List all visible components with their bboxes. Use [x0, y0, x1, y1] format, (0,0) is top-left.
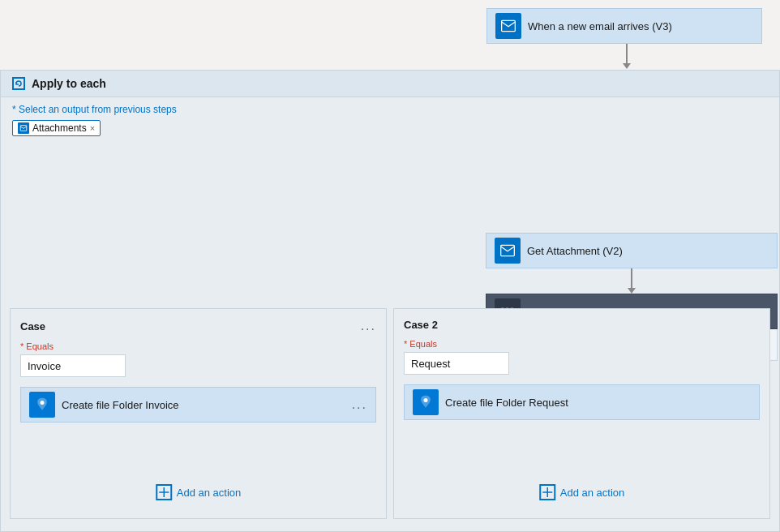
- svg-rect-2: [501, 245, 515, 255]
- case2-panel: Case 2 * Equals Create file Folder Reque…: [393, 308, 770, 519]
- loop-icon: [12, 77, 25, 90]
- svg-point-10: [424, 398, 428, 402]
- case1-action-block[interactable]: Create file Folder Invoice ...: [20, 387, 376, 423]
- get-attachment-label: Get Attachment (V2): [527, 245, 623, 257]
- svg-rect-0: [502, 20, 516, 31]
- canvas: When a new email arrives (V3) Apply to e…: [0, 0, 780, 532]
- svg-point-7: [41, 401, 45, 405]
- case2-title: Case 2: [404, 319, 438, 331]
- attachments-tag[interactable]: Attachments ×: [12, 120, 101, 136]
- email-trigger-icon: [495, 13, 521, 39]
- case2-file-icon: [413, 389, 439, 415]
- case2-add-action-label: Add an action: [560, 487, 625, 499]
- select-output-label[interactable]: * Select an output from previous steps: [1, 97, 779, 120]
- case1-add-action-icon: [156, 484, 172, 500]
- case1-action-menu[interactable]: ...: [352, 397, 367, 412]
- case1-header: Case ...: [20, 319, 376, 333]
- case2-action-block[interactable]: Create file Folder Request: [404, 384, 760, 420]
- case1-menu[interactable]: ...: [361, 319, 376, 333]
- case1-equals-input[interactable]: [20, 354, 126, 377]
- case1-title: Case: [20, 320, 45, 332]
- case2-add-action-button[interactable]: Add an action: [539, 479, 625, 505]
- case2-add-action-icon: [539, 484, 555, 500]
- get-attachment-icon: [495, 238, 521, 264]
- trigger-label: When a new email arrives (V3): [528, 20, 672, 32]
- case1-action-label: Create file Folder Invoice: [62, 399, 345, 411]
- apply-each-label: Apply to each: [32, 77, 106, 90]
- case2-equals-label: * Equals: [404, 339, 760, 349]
- case1-equals-label: * Equals: [20, 341, 376, 351]
- attachment-tag-icon: [18, 122, 29, 134]
- case1-panel: Case ... * Equals Create file Folder Inv…: [10, 308, 387, 519]
- case1-add-action-button[interactable]: Add an action: [156, 479, 242, 505]
- case1-file-icon: [29, 392, 55, 418]
- apply-each-header: Apply to each: [1, 71, 779, 97]
- case1-add-action-label: Add an action: [177, 487, 242, 499]
- arrow-1: [623, 44, 631, 69]
- get-attachment-block[interactable]: Get Attachment (V2): [486, 233, 778, 268]
- case2-header: Case 2: [404, 319, 760, 331]
- trigger-block[interactable]: When a new email arrives (V3): [486, 8, 762, 44]
- case2-equals-input[interactable]: [404, 352, 509, 375]
- case2-action-label: Create file Folder Request: [445, 397, 751, 409]
- attachments-label: Attachments: [32, 122, 87, 134]
- cases-row: Case ... * Equals Create file Folder Inv…: [0, 308, 780, 519]
- attachments-close-icon[interactable]: ×: [90, 123, 95, 133]
